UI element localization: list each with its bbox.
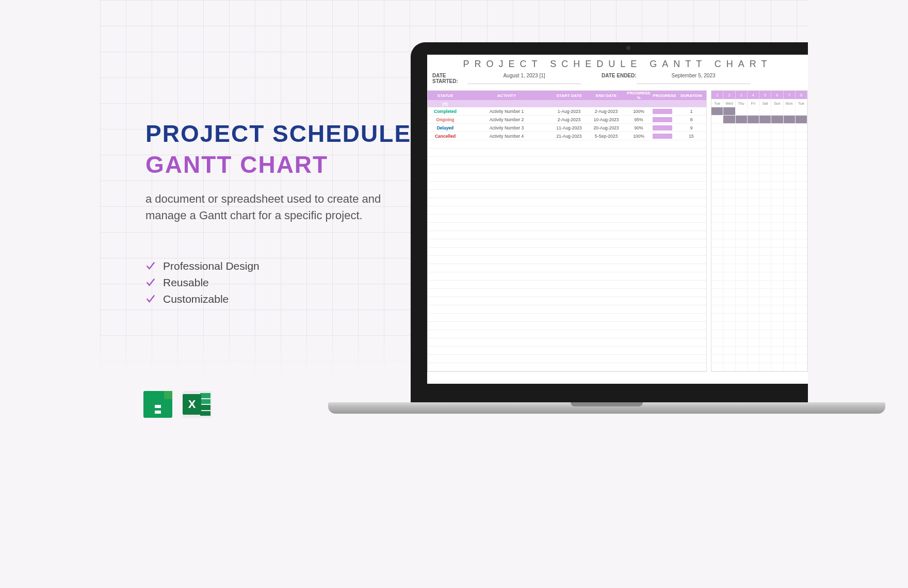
gantt-cell (796, 289, 807, 297)
gantt-cell (796, 272, 807, 280)
gantt-cell (784, 330, 796, 338)
gantt-cell (771, 149, 783, 156)
gantt-cell (771, 165, 783, 173)
gantt-cell (771, 289, 783, 297)
gantt-cell (723, 190, 735, 198)
gantt-cell (723, 322, 735, 330)
gantt-cell (796, 264, 807, 272)
gantt-cell (736, 140, 748, 148)
table-row-empty (428, 297, 706, 305)
gantt-day-number: 3 (736, 91, 748, 99)
gantt-day-number: 6 (771, 91, 783, 99)
gantt-cell (723, 256, 735, 264)
cell-status: Delayed (428, 125, 463, 130)
table-row-empty (428, 215, 706, 223)
table-row-empty (428, 173, 706, 182)
gantt-cell (784, 338, 796, 346)
gantt-cell (771, 338, 783, 346)
gantt-row (711, 124, 807, 132)
col-progress-pct: PROGRESS % (625, 91, 653, 100)
cell-duration: 8 (676, 117, 706, 122)
table-row-empty (428, 140, 706, 149)
gantt-cell (711, 132, 723, 140)
gantt-cell (748, 132, 759, 140)
gantt-cell (711, 165, 723, 173)
table-row-empty (428, 322, 706, 330)
gantt-cell (771, 140, 783, 148)
gantt-cell (748, 198, 759, 206)
feature-item: Customizable (145, 293, 424, 305)
col-start: START DATE (550, 93, 588, 98)
gantt-cell (771, 355, 783, 363)
gantt-row-empty (711, 363, 807, 371)
table-row-empty (428, 223, 706, 231)
gantt-cell (771, 305, 783, 313)
data-table: STATUS ACTIVITY START DATE END DATE PROG… (427, 90, 707, 372)
gantt-cell (796, 198, 807, 206)
col-end: END DATE (588, 93, 625, 98)
date-started-label: DATE STARTED: (432, 73, 467, 84)
laptop-notch (605, 42, 652, 54)
table-subheader: [5] (428, 100, 706, 107)
gantt-row-empty (711, 322, 807, 330)
date-started-value: August 1, 2023 [1] (467, 73, 581, 84)
gantt-cell (796, 305, 807, 313)
gantt-cell (796, 314, 807, 321)
cell-progress-bar (653, 125, 676, 130)
gantt-cell (784, 215, 796, 222)
google-sheets-icon (143, 391, 172, 418)
gantt-cell (748, 149, 759, 156)
gantt-cell (736, 190, 748, 198)
gantt-cell (796, 322, 807, 330)
table-row-empty (428, 347, 706, 355)
gantt-cell (748, 165, 759, 173)
table-row-empty (428, 157, 706, 165)
gantt-cell (759, 355, 771, 363)
table-row-empty (428, 330, 706, 338)
gantt-cell (736, 198, 748, 206)
gantt-cell (711, 231, 723, 239)
gantt-cell (736, 338, 748, 346)
gantt-row-empty (711, 165, 807, 173)
gantt-cell (759, 182, 771, 189)
gantt-day-number: 2 (723, 91, 735, 99)
gantt-cell (736, 223, 748, 231)
gantt-cell (748, 305, 759, 313)
gantt-day-number: 5 (759, 91, 771, 99)
gantt-cell (748, 140, 759, 148)
table-row-empty (428, 206, 706, 215)
gantt-cell (796, 173, 807, 181)
gantt-cell (796, 206, 807, 214)
gantt-cell (796, 355, 807, 363)
gantt-cell (796, 297, 807, 305)
title-line-2: GANTT CHART (145, 151, 424, 178)
table-row: DelayedActivity Number 311-Aug-202320-Au… (428, 124, 706, 132)
gantt-cell (736, 182, 748, 189)
gantt-cell (736, 165, 748, 173)
format-icons: X (143, 391, 212, 418)
gantt-cell (771, 239, 783, 247)
gantt-cell (723, 231, 735, 239)
gantt-day-label: Fri (748, 99, 759, 107)
gantt-cell (736, 322, 748, 330)
gantt-cell (784, 165, 796, 173)
table-row-empty (428, 281, 706, 289)
gantt-cell (736, 330, 748, 338)
table-row-empty (428, 314, 706, 322)
gantt-cell (748, 363, 759, 371)
gantt-cell (736, 272, 748, 280)
table-row-empty (428, 198, 706, 206)
feature-item: Reusable (145, 276, 424, 289)
gantt-cell (711, 107, 723, 115)
gantt-row (711, 107, 807, 116)
gantt-row-empty (711, 256, 807, 264)
gantt-cell (723, 124, 735, 132)
gantt-cell (784, 132, 796, 140)
gantt-cell (711, 190, 723, 198)
gantt-timeline: 12345678 TueWedThuFriSatSunMonTue (711, 90, 808, 372)
gantt-cell (711, 338, 723, 346)
gantt-cell (723, 297, 735, 305)
gantt-cell (796, 132, 807, 140)
gantt-cell (784, 272, 796, 280)
cell-end: 2-Aug-2023 (588, 109, 625, 114)
